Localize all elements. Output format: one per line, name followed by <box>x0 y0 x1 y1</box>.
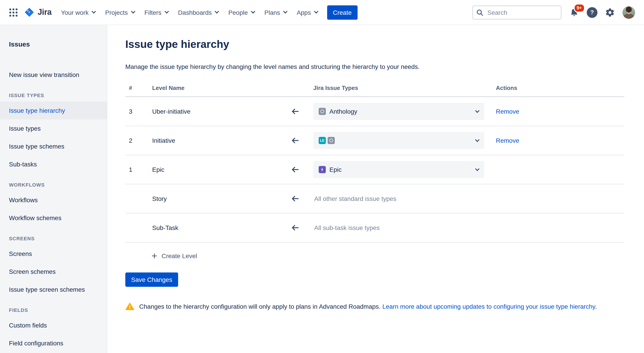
arrow-left-icon <box>291 165 300 174</box>
jira-logo-text: Jira <box>38 8 52 17</box>
issue-types-dropdown[interactable]: Epic <box>313 161 484 178</box>
nav-item-label: Apps <box>297 9 311 16</box>
learn-more-link[interactable]: Learn more about upcoming updates to con… <box>382 303 595 310</box>
arrow-left-icon <box>291 136 300 145</box>
sidebar-item-label: Custom fields <box>9 322 47 329</box>
gear-icon <box>605 8 615 17</box>
plus-icon <box>151 253 158 259</box>
create-level-button[interactable]: Create Level <box>151 252 197 260</box>
column-header-jira-issue-types: Jira Issue Types <box>313 84 496 91</box>
dropdown-value: Anthology <box>330 108 357 115</box>
column-header-number: # <box>125 84 152 91</box>
arrow-left-icon <box>291 107 300 116</box>
remove-level-button[interactable]: Remove <box>496 108 519 115</box>
issue-types-placeholder: All other standard issue types <box>313 195 496 202</box>
help-button[interactable]: ? <box>587 7 598 18</box>
top-navigation: Jira Your work Projects Filters Dashboar… <box>0 0 644 25</box>
le-initials-icon: LE <box>319 137 326 144</box>
grid-dots-icon <box>10 8 18 16</box>
chevron-down-icon <box>314 9 318 14</box>
nav-item-label: People <box>228 9 248 16</box>
nav-item-filters[interactable]: Filters <box>140 5 173 20</box>
sidebar-item-issue-type-schemes[interactable]: Issue type schemes <box>0 137 107 155</box>
remove-level-button[interactable]: Remove <box>496 137 519 144</box>
issue-types-dropdown[interactable]: LE <box>313 132 484 149</box>
sidebar-item-label: Workflows <box>9 196 38 204</box>
create-button[interactable]: Create <box>327 5 357 20</box>
sidebar-item-workflow-schemes[interactable]: Workflow schemes <box>0 209 107 227</box>
arrow-left-icon <box>291 194 300 203</box>
issue-types-placeholder: All sub-task issue types <box>313 224 496 231</box>
nav-item-dashboards[interactable]: Dashboards <box>173 5 223 20</box>
page-title: Issue type hierarchy <box>125 38 624 51</box>
warning-suffix: . <box>595 303 597 310</box>
nav-item-your-work[interactable]: Your work <box>56 5 100 20</box>
jira-logo[interactable]: Jira <box>20 7 56 18</box>
sidebar-item-label: Screen schemes <box>9 268 56 275</box>
sidebar-item-new-issue-view-transition[interactable]: New issue view transition <box>0 66 107 84</box>
chevron-down-icon <box>214 9 219 14</box>
nav-item-apps[interactable]: Apps <box>292 5 323 20</box>
sidebar-item-sub-tasks[interactable]: Sub-tasks <box>0 155 107 173</box>
sidebar-item-label: Issue type screen schemes <box>9 286 85 293</box>
issue-types-cell: Epic <box>313 161 496 178</box>
table-row: 3 Uber-initiative Anthology <box>125 97 624 126</box>
avatar[interactable] <box>622 6 635 18</box>
settings-button[interactable] <box>604 6 616 18</box>
chevron-down-icon <box>283 9 288 14</box>
level-number: 1 <box>125 166 152 173</box>
nav-item-plans[interactable]: Plans <box>260 5 292 20</box>
actions-cell: Remove <box>496 136 624 144</box>
sidebar-item-label: Sub-tasks <box>9 160 37 168</box>
chevron-down-icon <box>251 9 255 14</box>
level-number: 3 <box>125 108 152 115</box>
sidebar-item-label: Issue type hierarchy <box>9 107 65 114</box>
nav-item-projects[interactable]: Projects <box>100 5 140 20</box>
sidebar-item-workflows[interactable]: Workflows <box>0 191 107 209</box>
arrow-left-icon <box>291 223 300 232</box>
arrow-cell <box>291 165 313 174</box>
issue-types-dropdown[interactable]: Anthology <box>313 103 484 120</box>
settings-sidebar: Issues New issue view transition ISSUE T… <box>0 25 108 353</box>
sidebar-item-field-configurations[interactable]: Field configurations <box>0 334 107 352</box>
jira-app: Jira Your work Projects Filters Dashboar… <box>0 0 644 353</box>
sidebar-item-custom-fields[interactable]: Custom fields <box>0 316 107 334</box>
chevron-down-icon <box>164 9 169 14</box>
issue-types-cell: Anthology <box>313 103 496 120</box>
app-switcher-icon[interactable] <box>6 5 20 20</box>
nav-item-label: Plans <box>264 9 280 16</box>
topnav-right-cluster: 9+ ? <box>472 5 635 20</box>
dropdown-value: Epic <box>330 166 342 173</box>
arrow-cell <box>291 223 313 232</box>
level-number: 2 <box>125 137 152 144</box>
table-row: Sub-Task All sub-task issue types <box>125 214 624 242</box>
epic-icon <box>319 166 326 173</box>
sidebar-item-screens[interactable]: Screens <box>0 245 107 262</box>
sidebar-section-workflows: WORKFLOWS <box>0 182 107 188</box>
warning-text: Changes to the hierarchy configuration w… <box>139 302 597 311</box>
sidebar-item-label: Issue type schemes <box>9 143 64 150</box>
sidebar-item-issue-type-screen-schemes[interactable]: Issue type screen schemes <box>0 280 107 298</box>
sidebar-item-issue-type-hierarchy[interactable]: Issue type hierarchy <box>0 102 107 120</box>
arrow-cell <box>291 107 313 116</box>
sidebar-section-issue-types: ISSUE TYPES <box>0 92 107 98</box>
primary-nav: Your work Projects Filters Dashboards Pe… <box>56 5 322 20</box>
notifications-button[interactable]: 9+ <box>568 6 580 18</box>
nav-item-people[interactable]: People <box>223 5 259 20</box>
table-row: Story All other standard issue types <box>125 184 624 214</box>
notification-badge: 9+ <box>574 3 585 12</box>
arrow-cell <box>291 194 313 203</box>
sidebar-item-screen-schemes[interactable]: Screen schemes <box>0 262 107 280</box>
sidebar-item-issue-types[interactable]: Issue types <box>0 120 107 137</box>
save-changes-button[interactable]: Save Changes <box>125 272 178 287</box>
search-input[interactable] <box>472 5 562 20</box>
column-header-actions: Actions <box>496 84 624 91</box>
hierarchy-table: # Level Name Jira Issue Types Actions 3 … <box>125 79 624 242</box>
sidebar-item-label: New issue view transition <box>9 71 79 78</box>
table-row: 1 Epic Epic <box>125 155 624 184</box>
search-icon <box>476 9 483 16</box>
actions-cell: Remove <box>496 108 624 116</box>
level-name: Initiative <box>152 137 291 144</box>
chevron-down-icon <box>475 166 480 171</box>
level-name: Story <box>152 195 291 202</box>
